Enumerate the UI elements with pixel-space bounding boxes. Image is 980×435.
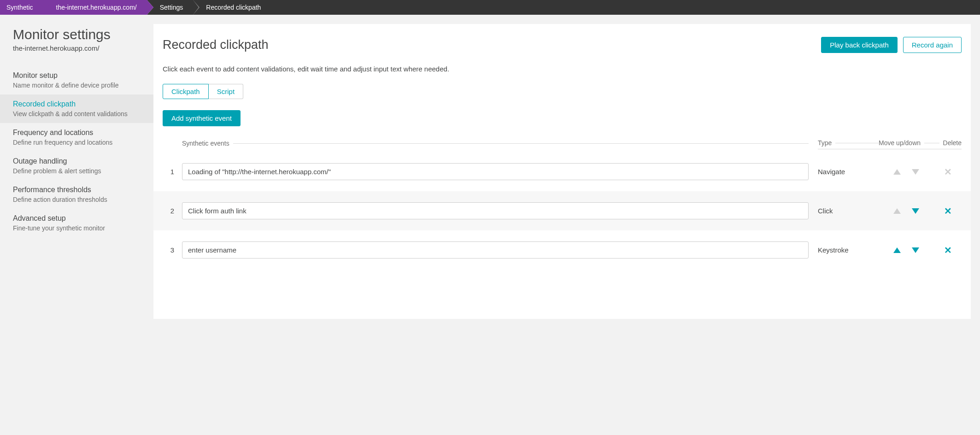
event-row: 3Keystroke✕ (163, 230, 962, 270)
help-text: Click each event to add content validati… (153, 58, 971, 84)
move-up-icon (893, 169, 901, 175)
sidebar-item-desc: Fine-tune your synthetic monitor (13, 224, 141, 232)
col-type-label: Type (818, 139, 832, 147)
event-index: 3 (163, 246, 182, 254)
event-index: 1 (163, 168, 182, 176)
col-move-label: Move up/down (879, 139, 921, 147)
event-name-input[interactable] (182, 241, 809, 259)
event-row: 1Navigate✕ (163, 152, 962, 191)
sidebar-item[interactable]: Outage handlingDefine problem & alert se… (0, 152, 153, 180)
breadcrumb-item[interactable]: Recorded clickpath (193, 0, 271, 15)
sidebar-item-desc: Name monitor & define device profile (13, 82, 141, 89)
events-header: Synthetic events Type Move up/down Delet… (163, 139, 962, 149)
sidebar-item-title: Monitor setup (13, 71, 141, 80)
event-type: Keystroke (818, 246, 879, 254)
tab-clickpath[interactable]: Clickpath (163, 84, 209, 99)
breadcrumb-item[interactable]: the-internet.herokuapp.com/ (43, 0, 147, 15)
event-name-input[interactable] (182, 163, 809, 180)
play-back-clickpath-button[interactable]: Play back clickpath (821, 37, 898, 53)
view-tabs: Clickpath Script (163, 84, 243, 99)
move-up-icon (893, 208, 901, 214)
sidebar-item-title: Outage handling (13, 157, 141, 165)
breadcrumb-item[interactable]: Settings (147, 0, 194, 15)
event-type: Navigate (818, 168, 879, 176)
breadcrumb: Syntheticthe-internet.herokuapp.com/Sett… (0, 0, 980, 15)
sidebar-item-desc: Define problem & alert settings (13, 167, 141, 175)
main-panel: Recorded clickpath Play back clickpath R… (153, 24, 971, 319)
event-row: 2Click✕ (153, 191, 971, 230)
sidebar-item[interactable]: Frequency and locationsDefine run freque… (0, 123, 153, 152)
sidebar-item-title: Performance thresholds (13, 186, 141, 194)
sidebar-item-desc: Define run frequency and locations (13, 139, 141, 146)
sidebar-item[interactable]: Advanced setupFine-tune your synthetic m… (0, 209, 153, 237)
delete-icon[interactable]: ✕ (944, 245, 952, 255)
sidebar-item-title: Recorded clickpath (13, 100, 141, 108)
move-down-icon[interactable] (912, 208, 919, 214)
sidebar-subtitle: the-internet.herokuapp.com/ (0, 44, 153, 66)
sidebar-item-desc: View clickpath & add content validations (13, 110, 141, 118)
sidebar-item-title: Advanced setup (13, 214, 141, 223)
event-index: 2 (163, 207, 182, 215)
move-down-icon[interactable] (912, 247, 919, 253)
sidebar-item[interactable]: Recorded clickpathView clickpath & add c… (0, 94, 153, 123)
breadcrumb-item[interactable]: Synthetic (0, 0, 43, 15)
delete-icon[interactable]: ✕ (944, 206, 952, 216)
move-up-icon[interactable] (893, 247, 901, 253)
tab-script[interactable]: Script (209, 84, 243, 99)
add-synthetic-event-button[interactable]: Add synthetic event (163, 110, 241, 126)
sidebar-item[interactable]: Monitor setupName monitor & define devic… (0, 66, 153, 94)
sidebar-heading: Monitor settings (0, 27, 153, 44)
event-name-input[interactable] (182, 202, 809, 219)
delete-icon: ✕ (944, 167, 952, 177)
col-events-label: Synthetic events (182, 140, 229, 147)
col-delete-label: Delete (943, 139, 962, 147)
sidebar: Monitor settings the-internet.herokuapp.… (0, 15, 153, 237)
page-title: Recorded clickpath (163, 38, 269, 52)
sidebar-item-title: Frequency and locations (13, 129, 141, 137)
record-again-button[interactable]: Record again (903, 37, 962, 53)
sidebar-item[interactable]: Performance thresholdsDefine action dura… (0, 180, 153, 209)
event-type: Click (818, 207, 879, 215)
move-down-icon (912, 169, 919, 175)
sidebar-item-desc: Define action duration thresholds (13, 196, 141, 203)
